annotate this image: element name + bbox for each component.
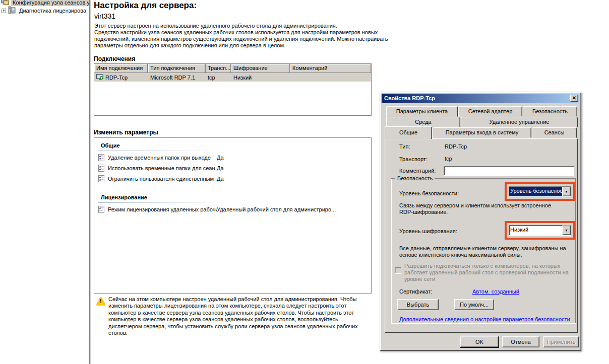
encryption-level-dropdown[interactable]: Низкий ▼ bbox=[509, 225, 571, 236]
default-certificate-button[interactable]: По умолч... bbox=[454, 299, 494, 310]
tree-item-label: Конфигурация узла сеансов у. bbox=[11, 0, 89, 6]
rdp-connection-icon bbox=[96, 74, 103, 81]
select-certificate-button[interactable]: Выбрать bbox=[397, 299, 439, 310]
licensing-diagnosis-icon bbox=[8, 6, 16, 15]
chevron-down-icon[interactable]: ▼ bbox=[562, 226, 571, 235]
tab-general[interactable]: Общие bbox=[385, 126, 432, 139]
setting-label: Использовать временные папки для сеан... bbox=[108, 165, 217, 171]
type-value: RDP-Tcp bbox=[445, 143, 467, 150]
setting-label: Режим лицензирования удаленных рабочи... bbox=[108, 206, 217, 212]
tree-expand-icon[interactable]: + bbox=[2, 9, 6, 13]
column-header-type[interactable]: Тип подключения bbox=[148, 64, 206, 73]
comment-input[interactable] bbox=[444, 166, 574, 176]
tab-sessions[interactable]: Сеансы bbox=[532, 127, 577, 138]
setting-icon bbox=[98, 205, 105, 214]
column-header-encryption[interactable]: Шифрование bbox=[231, 64, 290, 73]
app-window: Конфигурация узла сеансов у. + Диагности… bbox=[0, 0, 609, 364]
transport-label: Транспорт: bbox=[399, 156, 428, 162]
setting-label: Ограничить пользователя единственным ... bbox=[108, 176, 217, 182]
setting-icon bbox=[98, 164, 105, 173]
tab-network-adapter[interactable]: Сетевой адаптер bbox=[458, 106, 522, 117]
description-line: параметры отдельно для каждого подключен… bbox=[94, 42, 388, 49]
connection-transport-cell: tcp bbox=[206, 75, 231, 81]
list-item[interactable]: Удаление временных папок при выходе Да bbox=[98, 154, 371, 162]
dialog-title: Свойства RDP-Tcp bbox=[384, 95, 435, 101]
table-row[interactable]: RDP-Tcp Microsoft RDP 7.1 tcp Низкий bbox=[94, 73, 371, 82]
settings-list: Общие Удаление временных папок при выход… bbox=[94, 137, 372, 294]
chevron-down-icon[interactable]: ▼ bbox=[562, 187, 571, 196]
encryption-level-value: Низкий bbox=[509, 226, 562, 235]
server-name: virt331 bbox=[94, 12, 115, 20]
list-item[interactable]: Использовать временные папки для сеан...… bbox=[98, 164, 371, 172]
rdp-tcp-properties-dialog: Свойства RDP-Tcp ✕ Параметры клиента Сет… bbox=[380, 92, 581, 351]
tab-security[interactable]: Безопасность bbox=[523, 106, 577, 117]
encryption-level-description: Все данные, отправляемые клиентом сервер… bbox=[399, 245, 568, 258]
connections-table: Имя подключения Тип подключения Трансп..… bbox=[94, 63, 372, 116]
connections-table-header: Имя подключения Тип подключения Трансп..… bbox=[94, 64, 371, 73]
general-tab-page: Тип: RDP-Tcp Транспорт: tcp Комментарий:… bbox=[385, 138, 578, 333]
connection-type-cell: Microsoft RDP 7.1 bbox=[148, 75, 206, 81]
tree-item-licensing-diagnosis[interactable]: + Диагностика лицензирова bbox=[2, 6, 88, 15]
encryption-level-label: Уровень шифрования: bbox=[399, 228, 457, 234]
tab-logon-settings[interactable]: Параметры входа в систему bbox=[433, 127, 531, 138]
tree-item-label: Диагностика лицензирова bbox=[18, 7, 88, 14]
tab-strip-row1: Параметры клиента Сетевой адаптер Безопа… bbox=[386, 106, 578, 117]
close-icon[interactable]: ✕ bbox=[570, 95, 578, 102]
console-tree: Конфигурация узла сеансов у. + Диагности… bbox=[0, 0, 89, 364]
security-level-dropdown[interactable]: Уровень безопасности RDP ▼ bbox=[509, 186, 571, 197]
column-header-name[interactable]: Имя подключения bbox=[94, 64, 148, 73]
certificate-label: Сертификат: bbox=[399, 288, 432, 295]
type-label: Тип: bbox=[399, 143, 410, 150]
description-line: подключений, изменения параметров сущест… bbox=[94, 36, 388, 42]
transport-value: tcp bbox=[445, 156, 452, 162]
setting-value: Да bbox=[217, 176, 224, 182]
certificate-link[interactable]: Автом. созданный bbox=[472, 288, 519, 295]
tab-client-settings[interactable]: Параметры клиента bbox=[386, 106, 458, 117]
tab-remote-control[interactable]: Удаленное управление bbox=[461, 117, 578, 127]
security-level-value: Уровень безопасности RDP bbox=[509, 187, 562, 196]
settings-group-licensing: Лицензирование bbox=[101, 194, 371, 200]
connections-section-title: Подключения bbox=[94, 55, 135, 62]
setting-value: Да bbox=[217, 165, 224, 171]
setting-icon bbox=[98, 175, 105, 183]
nla-checkbox-label: Разрешить подключаться только с компьюте… bbox=[404, 263, 571, 282]
nla-checkbox[interactable] bbox=[395, 267, 401, 274]
column-header-comment[interactable]: Комментарий bbox=[290, 64, 371, 73]
server-description: Этот сервер настроен на использование уд… bbox=[94, 23, 388, 49]
connection-encryption-cell: Низкий bbox=[231, 75, 290, 81]
comment-label: Комментарий: bbox=[399, 168, 436, 174]
tab-environment[interactable]: Среда bbox=[386, 117, 460, 127]
setting-value: Удаленный рабочий стол для администриро.… bbox=[217, 206, 336, 212]
security-group-title: Безопасность bbox=[395, 175, 435, 181]
setting-label: Удаление временных папок при выходе bbox=[108, 155, 217, 161]
apply-button[interactable]: Применить bbox=[543, 336, 579, 347]
setting-icon bbox=[98, 154, 105, 162]
description-line: Средство настройки узла сеансов удаленны… bbox=[94, 29, 388, 36]
group-separator bbox=[98, 202, 223, 203]
description-line: Этот сервер настроен на использование уд… bbox=[94, 23, 388, 29]
dialog-titlebar[interactable]: Свойства RDP-Tcp ✕ bbox=[382, 94, 579, 103]
group-separator bbox=[98, 151, 223, 151]
security-level-label: Уровень безопасности: bbox=[399, 190, 459, 196]
cancel-button[interactable]: Отмена bbox=[502, 336, 539, 347]
warning-icon-glyph: ! bbox=[100, 299, 101, 304]
list-item[interactable]: Режим лицензирования удаленных рабочи...… bbox=[98, 205, 371, 213]
security-level-description: Связь между сервером и клиентом использу… bbox=[399, 202, 562, 215]
page-title: Настройка для сервера: bbox=[94, 1, 197, 11]
connection-name: RDP-Tcp bbox=[105, 75, 128, 81]
pane-splitter[interactable] bbox=[89, 0, 91, 364]
settings-group-general: Общие bbox=[101, 142, 371, 149]
ok-button[interactable]: OK bbox=[460, 336, 499, 347]
list-item[interactable]: Ограничить пользователя единственным ...… bbox=[98, 175, 371, 183]
column-header-transport[interactable]: Трансп... bbox=[206, 64, 231, 73]
connection-name-cell: RDP-Tcp bbox=[94, 74, 148, 81]
setting-value: Да bbox=[217, 155, 224, 161]
tab-strip-row2: Среда Удаленное управление bbox=[386, 117, 578, 127]
warning-text: Сейчас на этом компьютере настроен удале… bbox=[108, 296, 371, 336]
edit-settings-section-title: Изменить параметры bbox=[94, 129, 158, 136]
more-info-link[interactable]: Дополнительные сведения о настройке пара… bbox=[399, 316, 570, 322]
